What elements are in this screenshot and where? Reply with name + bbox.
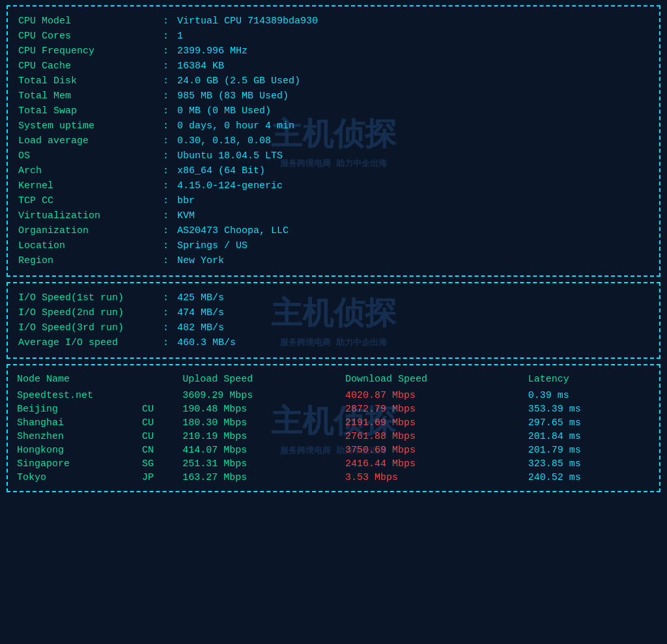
sysinfo-label: Virtualization <box>18 209 162 223</box>
sysinfo-colon: : <box>163 254 176 268</box>
sysinfo-row: TCP CC : bbr <box>18 194 649 208</box>
io-colon: : <box>163 306 176 320</box>
network-latency: 201.84 ms <box>528 430 650 443</box>
network-latency: 297.65 ms <box>528 416 650 430</box>
network-latency: 353.39 ms <box>528 402 650 416</box>
network-node: Hongkong <box>17 443 142 457</box>
network-upload: 210.19 Mbps <box>182 430 345 443</box>
io-row: I/O Speed(3rd run) : 482 MB/s <box>18 321 649 335</box>
sysinfo-colon: : <box>163 14 176 28</box>
sysinfo-value: Virtual CPU 714389bda930 <box>177 14 649 28</box>
sysinfo-row: CPU Model : Virtual CPU 714389bda930 <box>18 14 649 28</box>
sysinfo-colon: : <box>163 44 176 58</box>
network-header-latency: Latency <box>528 372 650 389</box>
io-colon: : <box>163 336 176 350</box>
network-tag: CN <box>142 443 182 457</box>
sysinfo-colon: : <box>163 89 176 103</box>
network-header-upload: Upload Speed <box>182 372 345 389</box>
sysinfo-colon: : <box>163 164 176 178</box>
sysinfo-colon: : <box>163 59 176 73</box>
sysinfo-colon: : <box>163 209 176 223</box>
sysinfo-row: CPU Cache : 16384 KB <box>18 59 649 73</box>
sysinfo-value: x86_64 (64 Bit) <box>177 164 649 178</box>
network-row: Hongkong CN 414.07 Mbps 3750.69 Mbps 201… <box>17 443 650 457</box>
sysinfo-colon: : <box>163 104 176 118</box>
network-node: Tokyo <box>17 471 142 484</box>
network-upload: 180.30 Mbps <box>182 416 345 430</box>
sysinfo-row: Kernel : 4.15.0-124-generic <box>18 179 649 193</box>
network-header-node: Node Name <box>17 372 182 389</box>
network-latency: 240.52 ms <box>528 471 650 484</box>
network-download: 2761.88 Mbps <box>345 430 528 443</box>
sysinfo-label: Load average <box>18 134 162 148</box>
sysinfo-label: Total Disk <box>18 74 162 88</box>
network-download: 2191.69 Mbps <box>345 416 528 430</box>
sysinfo-table: CPU Model : Virtual CPU 714389bda930 CPU… <box>17 13 650 269</box>
network-section: 主机侦探 服务跨境电商 助力中企出海 Node Name Upload Spee… <box>7 364 660 492</box>
sysinfo-row: Region : New York <box>18 254 649 268</box>
sysinfo-colon: : <box>163 74 176 88</box>
sysinfo-label: OS <box>18 149 162 163</box>
sysinfo-label: Organization <box>18 224 162 238</box>
sysinfo-label: CPU Frequency <box>18 44 162 58</box>
network-upload: 414.07 Mbps <box>182 443 345 457</box>
io-row: Average I/O speed : 460.3 MB/s <box>18 336 649 350</box>
sysinfo-colon: : <box>163 224 176 238</box>
sysinfo-value: KVM <box>177 209 649 223</box>
sysinfo-label: CPU Cores <box>18 29 162 43</box>
network-upload: 190.48 Mbps <box>182 402 345 416</box>
network-tag: JP <box>142 471 182 484</box>
sysinfo-value: 985 MB (83 MB Used) <box>177 89 649 103</box>
network-node: Speedtest.net <box>17 389 142 402</box>
sysinfo-value: Springs / US <box>177 239 649 253</box>
sysinfo-value: bbr <box>177 194 649 208</box>
network-node: Singapore <box>17 457 142 471</box>
network-row: Singapore SG 251.31 Mbps 2416.44 Mbps 32… <box>17 457 650 471</box>
io-label: I/O Speed(1st run) <box>18 291 162 305</box>
io-value: 425 MB/s <box>177 291 649 305</box>
io-row: I/O Speed(1st run) : 425 MB/s <box>18 291 649 305</box>
network-download: 2416.44 Mbps <box>345 457 528 471</box>
sysinfo-row: CPU Cores : 1 <box>18 29 649 43</box>
sysinfo-value: 16384 KB <box>177 59 649 73</box>
network-node: Shenzhen <box>17 430 142 443</box>
io-value: 482 MB/s <box>177 321 649 335</box>
io-row: I/O Speed(2nd run) : 474 MB/s <box>18 306 649 320</box>
sysinfo-label: Kernel <box>18 179 162 193</box>
sysinfo-value: 0 days, 0 hour 4 min <box>177 119 649 133</box>
io-label: I/O Speed(3rd run) <box>18 321 162 335</box>
sysinfo-value: 2399.996 MHz <box>177 44 649 58</box>
io-label: Average I/O speed <box>18 336 162 350</box>
sysinfo-value: 4.15.0-124-generic <box>177 179 649 193</box>
sysinfo-colon: : <box>163 179 176 193</box>
network-row: Speedtest.net 3609.29 Mbps 4020.87 Mbps … <box>17 389 650 402</box>
sysinfo-value: 0.30, 0.18, 0.08 <box>177 134 649 148</box>
network-upload: 251.31 Mbps <box>182 457 345 471</box>
network-upload: 163.27 Mbps <box>182 471 345 484</box>
network-tag: CU <box>142 430 182 443</box>
network-row: Shanghai CU 180.30 Mbps 2191.69 Mbps 297… <box>17 416 650 430</box>
sysinfo-row: System uptime : 0 days, 0 hour 4 min <box>18 119 649 133</box>
sysinfo-row: Total Mem : 985 MB (83 MB Used) <box>18 89 649 103</box>
io-table: I/O Speed(1st run) : 425 MB/s I/O Speed(… <box>17 290 650 351</box>
sysinfo-value: New York <box>177 254 649 268</box>
sysinfo-label: Total Swap <box>18 104 162 118</box>
network-latency: 323.85 ms <box>528 457 650 471</box>
network-tag: CU <box>142 402 182 416</box>
sysinfo-row: OS : Ubuntu 18.04.5 LTS <box>18 149 649 163</box>
sysinfo-colon: : <box>163 149 176 163</box>
network-row: Tokyo JP 163.27 Mbps 3.53 Mbps 240.52 ms <box>17 471 650 484</box>
sysinfo-row: Location : Springs / US <box>18 239 649 253</box>
sysinfo-label: CPU Cache <box>18 59 162 73</box>
io-value: 460.3 MB/s <box>177 336 649 350</box>
sysinfo-label: Location <box>18 239 162 253</box>
network-header-row: Node Name Upload Speed Download Speed La… <box>17 372 650 389</box>
network-upload: 3609.29 Mbps <box>182 389 345 402</box>
network-tag: SG <box>142 457 182 471</box>
network-download: 3.53 Mbps <box>345 471 528 484</box>
sysinfo-row: Arch : x86_64 (64 Bit) <box>18 164 649 178</box>
network-table: Node Name Upload Speed Download Speed La… <box>17 372 650 484</box>
network-header-download: Download Speed <box>345 372 528 389</box>
sysinfo-colon: : <box>163 194 176 208</box>
sysinfo-colon: : <box>163 29 176 43</box>
